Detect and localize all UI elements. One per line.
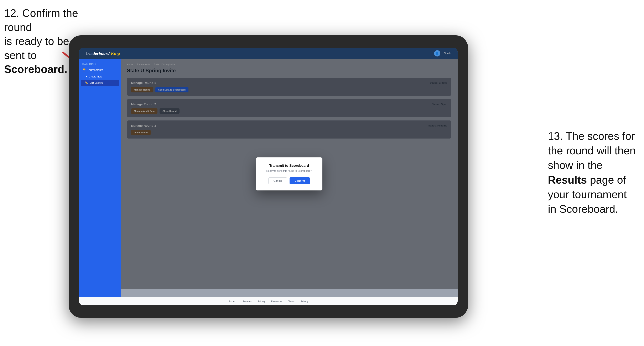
- sidebar-item-tournaments[interactable]: 🏆 Tournaments: [79, 66, 121, 74]
- step12-bold: Scoreboard.: [4, 63, 67, 75]
- create-new-label: Create New: [89, 75, 102, 78]
- footer-pricing[interactable]: Pricing: [258, 300, 265, 303]
- plus-icon: +: [86, 75, 87, 78]
- footer-terms[interactable]: Terms: [288, 300, 294, 303]
- edit-existing-label: Edit Existing: [90, 81, 104, 84]
- edit-icon: ✏️: [85, 81, 88, 84]
- modal-overlay: Transmit to Scoreboard Ready to send thi…: [121, 59, 458, 289]
- navbar-right: 👤 Sign In: [434, 50, 452, 56]
- trophy-icon: 🏆: [82, 68, 86, 71]
- page-area: Home > Tournaments > State U Spring Invi…: [121, 59, 458, 297]
- modal-subtitle: Ready to send this round to Scoreboard?: [263, 170, 315, 173]
- footer-privacy[interactable]: Privacy: [301, 300, 308, 303]
- modal-title: Transmit to Scoreboard: [263, 164, 315, 168]
- logo-text: Leaderboard King: [85, 51, 120, 56]
- footer-product[interactable]: Product: [228, 300, 236, 303]
- navbar: Leaderboard King 👤 Sign In: [79, 48, 458, 59]
- step13-bold: Results: [548, 174, 587, 186]
- modal-confirm-button[interactable]: Confirm: [290, 177, 310, 184]
- transmit-modal: Transmit to Scoreboard Ready to send thi…: [256, 158, 322, 190]
- main-content: MAIN MENU 🏆 Tournaments + Create New ✏️ …: [79, 59, 458, 297]
- sidebar-item-edit-existing[interactable]: ✏️ Edit Existing: [81, 80, 119, 86]
- step12-line1: 12. Confirm the round: [4, 7, 78, 33]
- step13-text: 13. The scores for the round will then s…: [548, 130, 636, 215]
- footer: Product Features Pricing Resources Terms…: [79, 297, 458, 305]
- sidebar: MAIN MENU 🏆 Tournaments + Create New ✏️ …: [79, 59, 121, 297]
- tablet-screen: Leaderboard King 👤 Sign In MAIN MENU 🏆 T…: [79, 48, 458, 305]
- sidebar-item-create-new[interactable]: + Create New: [79, 74, 121, 80]
- tablet-device: Leaderboard King 👤 Sign In MAIN MENU 🏆 T…: [69, 35, 468, 318]
- step12-line2: is ready to be sent to: [4, 35, 69, 61]
- footer-resources[interactable]: Resources: [271, 300, 282, 303]
- sign-in-label[interactable]: Sign In: [444, 52, 452, 55]
- step13-instruction: 13. The scores for the round will then s…: [548, 129, 636, 216]
- modal-cancel-button[interactable]: Cancel: [268, 177, 287, 184]
- sidebar-tournaments-label: Tournaments: [87, 68, 103, 71]
- modal-buttons: Cancel Confirm: [263, 177, 315, 184]
- sidebar-menu-label: MAIN MENU: [79, 61, 121, 66]
- logo: Leaderboard King: [85, 51, 120, 56]
- footer-features[interactable]: Features: [242, 300, 252, 303]
- avatar: 👤: [434, 50, 440, 56]
